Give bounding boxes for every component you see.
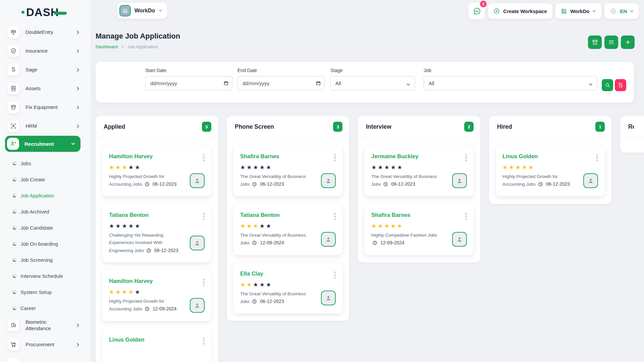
sidebar-subitem-system-setup[interactable]: System Setup — [0, 284, 91, 300]
kebab-menu-icon[interactable] — [596, 154, 599, 162]
sidebar-subitem-job-on-boarding[interactable]: Job On-boarding — [0, 236, 91, 252]
circle-bullet-icon — [13, 274, 16, 278]
applied-date: 12-09-2024 — [371, 240, 405, 245]
kebab-menu-icon[interactable] — [333, 154, 336, 162]
language-selector[interactable]: EN — [604, 3, 639, 19]
plus-icon — [625, 39, 631, 46]
kebab-menu-icon[interactable] — [333, 271, 336, 279]
circle-bullet-icon — [13, 162, 16, 165]
end-date-input[interactable] — [237, 76, 325, 90]
start-date-input[interactable] — [145, 76, 232, 90]
sidebar-subitem-job-application[interactable]: Job Application — [0, 187, 91, 203]
sidebar-subitem-jobs[interactable]: Jobs — [0, 155, 91, 171]
applicant-card[interactable]: Shafira Barnes ★★★★★ Highly Competitive … — [365, 204, 474, 255]
sidebar-modules-bottom: Biometric Attendance Procurement — [0, 319, 91, 351]
sidebar-subitem-job-candidate[interactable]: Job Candidate — [0, 220, 91, 236]
star-icon: ★ — [516, 164, 522, 171]
applicant-card[interactable]: Shafira Barnes ★★★★★ The Great Versatili… — [233, 145, 342, 196]
job-select[interactable]: All — [424, 76, 597, 90]
rating-stars: ★★★★★ — [502, 165, 598, 170]
chevron-right-icon — [76, 87, 80, 90]
breadcrumb-dashboard-link[interactable]: Dashboard — [96, 44, 118, 49]
star-icon: ★ — [128, 289, 135, 295]
stage-select[interactable]: All — [330, 76, 415, 90]
sidebar-item-recruitment[interactable]: Recruitment — [5, 136, 80, 152]
reset-filter-button[interactable] — [615, 79, 626, 91]
applicant-name-link[interactable]: Hamilton Harvey — [109, 278, 205, 284]
applicant-card[interactable]: Ella Clay ★★★★★ The Great Versatility of… — [233, 262, 342, 314]
applicant-card[interactable]: Hamilton Harvey ★★★★★ Highly Projected G… — [102, 270, 211, 321]
star-icon: ★ — [253, 282, 260, 288]
shield-check-icon — [7, 45, 19, 57]
applicant-name-link[interactable]: Tatiana Benton — [240, 212, 336, 218]
sidebar-item-insurance[interactable]: Insurance — [7, 45, 91, 57]
avatar — [452, 232, 467, 247]
kebab-menu-icon[interactable] — [333, 212, 336, 221]
applicant-name-link[interactable]: Linus Golden — [109, 337, 205, 343]
sidebar-subitem-job-screening[interactable]: Job Screening — [0, 252, 91, 268]
chevron-down-icon — [159, 8, 162, 14]
sidebar-item-procurement[interactable]: Procurement — [7, 339, 91, 351]
workspace-menu-button[interactable]: WorkDo — [555, 3, 601, 19]
applicant-card[interactable]: Tatiana Benton ★★★★★ The Great Versatili… — [233, 204, 342, 255]
chat-icon — [473, 7, 481, 15]
applicant-name-link[interactable]: Jermaine Buckley — [371, 153, 467, 160]
kebab-menu-icon[interactable] — [202, 278, 205, 287]
apply-filter-button[interactable] — [602, 79, 613, 91]
kebab-menu-icon[interactable] — [465, 154, 468, 162]
sidebar-subitem-career[interactable]: Career — [0, 300, 91, 316]
applicant-name-link[interactable]: Shafira Barnes — [371, 212, 467, 218]
messages-button[interactable]: 0 — [468, 3, 485, 19]
add-application-button[interactable] — [621, 36, 635, 49]
applicant-card[interactable]: Hamilton Harvey ★★★★★ Highly Projected G… — [102, 145, 211, 196]
file-off-icon — [618, 82, 623, 88]
star-icon: ★ — [115, 289, 122, 295]
star-icon: ★ — [260, 164, 266, 171]
applicant-card[interactable]: Linus Golden ★★★★★ Highly Projected Grow… — [496, 145, 605, 196]
rating-stars: ★★★★★ — [371, 165, 467, 170]
star-icon: ★ — [109, 289, 115, 295]
applicant-card[interactable]: Jermaine Buckley ★★★★★ The Great Versati… — [365, 145, 474, 196]
star-icon: ★ — [260, 282, 266, 288]
star-icon: ★ — [391, 164, 397, 171]
applicant-name-link[interactable]: Hamilton Harvey — [109, 153, 205, 160]
kebab-menu-icon[interactable] — [202, 337, 205, 345]
sidebar-item-doubleentry[interactable]: DoubleEntry — [7, 26, 91, 38]
archive-view-button[interactable] — [588, 36, 602, 49]
stage-select-value: All — [335, 80, 341, 86]
star-icon: ★ — [115, 164, 122, 171]
applicant-name-link[interactable]: Shafira Barnes — [240, 153, 336, 160]
applicant-name-link[interactable]: Ella Clay — [240, 270, 336, 277]
applicant-name-link[interactable]: Linus Golden — [502, 153, 598, 160]
sidebar-item-hrm[interactable]: HRM — [7, 120, 91, 132]
kebab-menu-icon[interactable] — [202, 154, 205, 162]
star-icon: ★ — [397, 223, 404, 229]
applicant-card[interactable]: Linus Golden — [102, 328, 211, 362]
sidebar-subitem-job-archived[interactable]: Job Archived — [0, 203, 91, 220]
create-workspace-button[interactable]: Create Workspace — [488, 3, 552, 19]
applied-date: 06-12-2023 — [537, 181, 570, 187]
applicant-card[interactable]: Tatiana Benton ★★★★★ Challenging Yet Rew… — [102, 204, 211, 262]
archive-box-icon — [592, 39, 598, 46]
dash-logo[interactable]: DASH — [21, 7, 67, 18]
list-view-button[interactable] — [604, 36, 618, 49]
kebab-menu-icon[interactable] — [202, 212, 205, 221]
chevron-right-icon — [76, 323, 80, 327]
sidebar-subitem-interview-schedule[interactable]: Interview Schedule — [0, 268, 91, 284]
workspace-switcher[interactable]: WorkDo — [117, 3, 167, 19]
circle-bullet-icon — [13, 258, 16, 262]
kebab-menu-icon[interactable] — [465, 212, 468, 221]
column-count-badge: 2 — [464, 122, 474, 132]
kanban-column-interview: Interview 2 Jermaine Buckley ★★★★★ The G… — [358, 116, 480, 262]
star-icon: ★ — [240, 223, 247, 229]
applied-date: 12-09-2024 — [251, 240, 284, 245]
page-title: Manage Job Application — [96, 32, 180, 41]
clock-icon — [383, 182, 388, 187]
sidebar-item-assets[interactable]: Assets — [7, 82, 91, 95]
sidebar-item-fix-equipment[interactable]: Fix Equipment — [7, 101, 91, 113]
sidebar-item-biometric-attendance[interactable]: Biometric Attendance — [7, 319, 91, 331]
applicant-name-link[interactable]: Tatiana Benton — [109, 212, 205, 218]
kanban-column-phone-screen: Phone Screen 3 Shafira Barnes ★★★★★ The … — [227, 116, 349, 321]
sidebar-subitem-job-create[interactable]: Job Create — [0, 171, 91, 187]
sidebar-item-sage[interactable]: S Sage — [7, 64, 91, 76]
